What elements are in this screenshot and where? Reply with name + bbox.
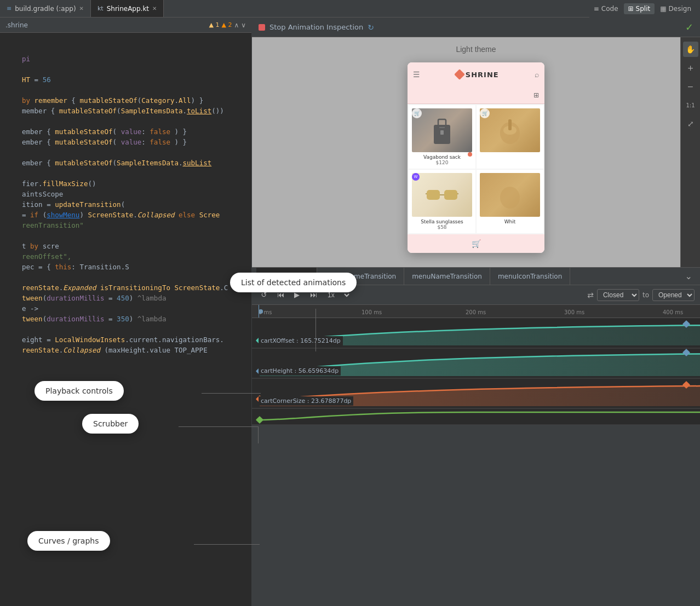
code-line: ember { mutableStateOf( value: false ) } bbox=[0, 126, 251, 137]
code-line: ition = updateTransition( bbox=[0, 199, 251, 210]
track-label-cartHeight: cartHeight : 56.659634dp bbox=[259, 366, 341, 376]
preview-area: Light theme ☰ SHRINE ⌕ ⊞ 🛒 bbox=[252, 37, 700, 267]
code-line bbox=[0, 230, 251, 241]
timeline-ruler[interactable]: 0 ms 100 ms 200 ms 300 ms 400 ms 500 ms bbox=[252, 305, 700, 318]
to-label: to bbox=[642, 291, 649, 299]
track-label-cartXOffset: cartXOffset : 165.75214dp bbox=[259, 336, 343, 345]
ruler-mark-300ms: 300 ms bbox=[564, 309, 584, 315]
tab-menuIconTransition[interactable]: menuIconTransition bbox=[490, 268, 570, 285]
filter-icon: ⊞ bbox=[533, 91, 539, 99]
svg-point-12 bbox=[500, 187, 520, 209]
design-icon: ▦ bbox=[660, 5, 666, 13]
user-avatar: W bbox=[412, 173, 420, 181]
code-line bbox=[0, 37, 251, 54]
cart-badge-icon: 🛒 bbox=[412, 108, 422, 118]
design-view-btn[interactable]: ▦ Design bbox=[656, 3, 696, 14]
refresh-icon[interactable]: ↻ bbox=[368, 23, 374, 32]
ruler-mark-400ms: 400 ms bbox=[663, 309, 683, 315]
code-line: reenOffset", bbox=[0, 251, 251, 262]
product-grid: 🛒 Vagabond sack $120 bbox=[408, 104, 544, 234]
product-image bbox=[480, 173, 540, 217]
breadcrumb-file: .shrine bbox=[5, 21, 28, 29]
tab-gradle-close[interactable]: ✕ bbox=[79, 5, 84, 11]
stop-animation-btn[interactable]: Stop Animation Inspection bbox=[269, 23, 363, 31]
product-image bbox=[412, 173, 472, 217]
split-view-btn[interactable]: ⊞ Split bbox=[624, 3, 655, 14]
svg-rect-6 bbox=[508, 119, 512, 130]
ruler-mark-100ms: 100 ms bbox=[362, 309, 382, 315]
product-card: W Stella sunglasses $58 bbox=[409, 170, 475, 233]
fullscreen-btn[interactable]: ⤢ bbox=[683, 116, 698, 131]
tab-menuIconTransition-label: menuIconTransition bbox=[498, 273, 562, 280]
ruler-mark-200ms: 200 ms bbox=[466, 309, 486, 315]
stop-animation-label: Stop Animation Inspection bbox=[269, 23, 363, 31]
scrubber-line bbox=[259, 305, 259, 318]
code-line: eight = LocalWindowInsets.current.naviga… bbox=[0, 334, 251, 345]
code-line: t by scre bbox=[0, 241, 251, 251]
tab-shrine[interactable]: kt ShrineApp.kt ✕ bbox=[91, 0, 164, 17]
zoom-in-btn[interactable]: + bbox=[683, 60, 698, 76]
gradle-icon: ≡ bbox=[7, 5, 12, 12]
tab-shrine-close[interactable]: ✕ bbox=[152, 5, 157, 11]
code-line bbox=[0, 85, 251, 95]
to-state-select[interactable]: Opened Closed bbox=[652, 289, 695, 301]
product-name: Vagabond sack bbox=[412, 154, 472, 160]
code-line: member { mutableStateOf(SampleItemsData.… bbox=[0, 106, 251, 116]
ruler-mark-0ms: 0 ms bbox=[259, 309, 272, 315]
code-view-btn[interactable]: ≡ Code bbox=[589, 3, 623, 14]
code-line bbox=[0, 272, 251, 282]
track-cartHeight: cartHeight : 56.659634dp bbox=[252, 348, 700, 378]
code-line: = if (showMenu) ScreenState.Collapsed el… bbox=[0, 210, 251, 220]
code-line: pec = { this: Transition.S bbox=[0, 262, 251, 272]
checkmark-icon: ✓ bbox=[685, 21, 693, 33]
tab-menuNameTransition[interactable]: menuNameTransition bbox=[404, 268, 490, 285]
zoom-out-btn[interactable]: − bbox=[683, 79, 698, 94]
product-name: Whit bbox=[480, 219, 540, 224]
callout-curves-text: Curves / graphs bbox=[38, 536, 99, 545]
cart-badge-icon: 🛒 bbox=[480, 108, 490, 118]
callout-list-animations: List of detected animations bbox=[230, 273, 357, 292]
code-line: pi bbox=[0, 54, 251, 64]
hamburger-icon: ☰ bbox=[413, 70, 420, 79]
timeline-tracks: cartXOffset : 165.75214dp bbox=[252, 318, 700, 425]
code-editor[interactable]: pi HT = 56 by remember { mutableStateOf(… bbox=[0, 33, 251, 360]
code-line: by remember { mutableStateOf(Category.Al… bbox=[0, 95, 251, 106]
kt-icon: kt bbox=[97, 5, 104, 12]
nav-up-btn[interactable]: ∧ bbox=[234, 21, 239, 29]
code-line: reenState.Expanded isTransitioningTo Scr… bbox=[0, 282, 251, 293]
code-icon: ≡ bbox=[594, 5, 599, 13]
code-line: ember { mutableStateOf(SampleItemsData.s… bbox=[0, 158, 251, 168]
callout-scrubber-text: Scrubber bbox=[93, 419, 128, 428]
warning-triangle-1: ▲ 1 bbox=[209, 21, 219, 28]
view-mode-bar: ≡ Code ⊞ Split ▦ Design bbox=[589, 0, 700, 18]
code-line: aintsScope bbox=[0, 189, 251, 199]
code-line bbox=[0, 168, 251, 178]
design-view-label: Design bbox=[669, 5, 691, 13]
hand-tool-btn[interactable]: ✋ bbox=[683, 42, 698, 57]
phone-mockup: ☰ SHRINE ⌕ ⊞ 🛒 bbox=[408, 62, 544, 253]
code-line bbox=[0, 147, 251, 158]
phone-header: ☰ SHRINE ⌕ bbox=[408, 62, 544, 86]
product-price: $58 bbox=[412, 224, 472, 230]
track4-curve bbox=[252, 409, 700, 425]
filter-bar: ⊞ bbox=[408, 86, 544, 104]
swap-btn[interactable]: ⇄ bbox=[587, 291, 594, 299]
svg-rect-8 bbox=[444, 190, 457, 200]
right-panel: Stop Animation Inspection ↻ ✓ Light them… bbox=[252, 18, 700, 606]
callout-scrubber: Scrubber bbox=[82, 414, 139, 434]
app-name-label: SHRINE bbox=[466, 71, 499, 79]
code-view-label: Code bbox=[601, 5, 618, 13]
fit-btn[interactable]: 1:1 bbox=[683, 97, 698, 113]
track-cartXOffset: cartXOffset : 165.75214dp bbox=[252, 318, 700, 348]
tab-menuNameTransition-label: menuNameTransition bbox=[412, 273, 482, 280]
svg-rect-3 bbox=[440, 130, 444, 135]
code-line: HT = 56 bbox=[0, 74, 251, 85]
search-icon: ⌕ bbox=[535, 70, 539, 79]
nav-down-btn[interactable]: ∨ bbox=[241, 21, 246, 29]
tab-gradle[interactable]: ≡ build.gradle (:app) ✕ bbox=[0, 0, 91, 17]
from-state-select[interactable]: Closed Opened bbox=[597, 289, 639, 301]
more-tabs-btn[interactable]: ⌄ bbox=[682, 271, 696, 281]
code-line bbox=[0, 64, 251, 74]
phone-bottom-bar: 🛒 bbox=[408, 234, 544, 253]
callout-playback: Playback controls bbox=[35, 381, 124, 401]
